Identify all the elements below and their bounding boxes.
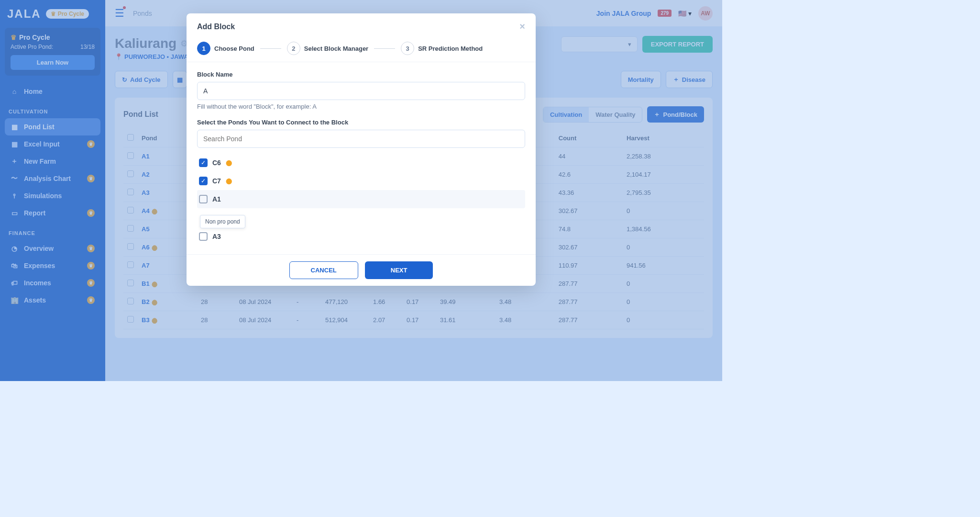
- block-name-label: Block Name: [197, 71, 525, 78]
- step-1[interactable]: 1 Choose Pond: [197, 42, 254, 55]
- pond-option[interactable]: ✓C6⬤: [197, 154, 525, 172]
- pond-option[interactable]: ✓C7⬤: [197, 172, 525, 190]
- pond-checkbox[interactable]: ✓: [199, 177, 208, 185]
- non-pro-tooltip: Non pro pond: [200, 215, 245, 228]
- pond-option[interactable]: A1: [197, 190, 525, 208]
- stepper: 1 Choose Pond 2 Select Block Manager 3 S…: [187, 40, 536, 62]
- search-pond-input[interactable]: [197, 130, 525, 148]
- next-button[interactable]: NEXT: [365, 261, 433, 279]
- crown-icon: ⬤: [226, 159, 232, 166]
- step-2[interactable]: 2 Select Block Manager: [287, 42, 368, 55]
- modal-title: Add Block: [197, 22, 235, 31]
- cancel-button[interactable]: CANCEL: [289, 261, 358, 279]
- close-icon[interactable]: ×: [519, 21, 525, 32]
- pond-checkbox[interactable]: [199, 195, 208, 203]
- pond-option[interactable]: A3: [197, 227, 525, 246]
- pond-option-label: A3: [212, 233, 221, 240]
- block-name-input[interactable]: [197, 82, 525, 100]
- block-name-hint: Fill without the word "Block", for examp…: [197, 103, 525, 110]
- add-block-modal: Add Block × 1 Choose Pond 2 Select Block…: [187, 13, 536, 286]
- step-3[interactable]: 3 SR Prediction Method: [401, 42, 483, 55]
- crown-icon: ⬤: [226, 178, 232, 184]
- pond-option-label: C6: [212, 159, 221, 167]
- pond-checkbox[interactable]: [199, 232, 208, 241]
- pond-checkbox[interactable]: ✓: [199, 158, 208, 167]
- pond-option-label: A1: [212, 195, 221, 203]
- pond-option-label: C7: [212, 177, 221, 185]
- select-ponds-label: Select the Ponds You Want to Connect to …: [197, 119, 525, 126]
